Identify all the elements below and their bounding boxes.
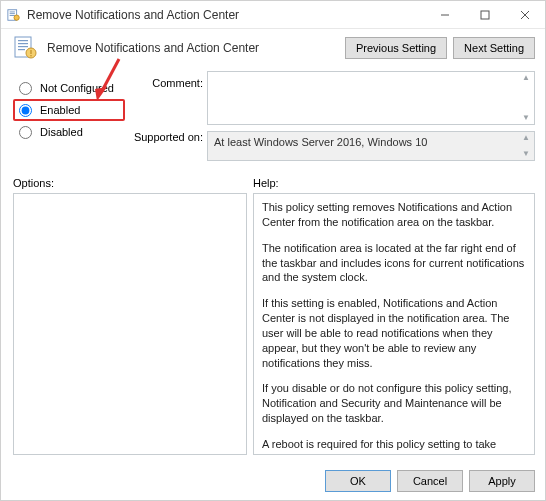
- options-label: Options:: [13, 177, 253, 189]
- close-button[interactable]: [505, 1, 545, 29]
- scrollbar: ▲▼: [518, 132, 534, 160]
- ok-button[interactable]: OK: [325, 470, 391, 492]
- window-controls: [425, 1, 545, 29]
- radio-label: Not Configured: [40, 82, 114, 94]
- help-paragraph: If this setting is enabled, Notification…: [262, 296, 526, 370]
- annotation-highlight: Enabled: [13, 99, 125, 121]
- svg-rect-11: [18, 43, 28, 44]
- maximize-button[interactable]: [465, 1, 505, 29]
- svg-rect-1: [10, 11, 15, 12]
- svg-rect-6: [481, 11, 489, 19]
- help-paragraph: If you disable or do not configure this …: [262, 381, 526, 426]
- comment-label: Comment:: [129, 77, 203, 89]
- help-paragraph: This policy setting removes Notification…: [262, 200, 526, 230]
- radio-label: Disabled: [40, 126, 83, 138]
- setting-header: Remove Notifications and Action Center P…: [1, 29, 545, 67]
- panes: This policy setting removes Notification…: [1, 193, 545, 455]
- field-labels: Comment: Supported on:: [129, 71, 203, 161]
- config-area: Not Configured Enabled Disabled Comment:…: [1, 67, 545, 165]
- state-radios: Not Configured Enabled Disabled: [17, 71, 125, 161]
- next-setting-button[interactable]: Next Setting: [453, 37, 535, 59]
- apply-button[interactable]: Apply: [469, 470, 535, 492]
- scroll-up-icon[interactable]: ▲: [522, 74, 530, 82]
- scroll-down-icon[interactable]: ▼: [522, 114, 530, 122]
- supported-on-value: At least Windows Server 2016, Windows 10: [214, 136, 427, 148]
- svg-rect-2: [10, 13, 15, 14]
- cancel-button[interactable]: Cancel: [397, 470, 463, 492]
- svg-rect-3: [10, 15, 15, 16]
- radio-enabled-input[interactable]: [19, 104, 32, 117]
- svg-rect-16: [30, 55, 31, 56]
- dialog-buttons: OK Cancel Apply: [325, 470, 535, 492]
- title-bar: Remove Notifications and Action Center: [1, 1, 545, 29]
- setting-title: Remove Notifications and Action Center: [47, 41, 337, 55]
- svg-rect-12: [18, 46, 28, 47]
- scroll-up-icon: ▲: [522, 134, 530, 142]
- scroll-down-icon: ▼: [522, 150, 530, 158]
- pane-labels: Options: Help:: [1, 165, 545, 193]
- help-label: Help:: [253, 177, 279, 189]
- policy-icon: [13, 35, 39, 61]
- comment-value: [208, 72, 534, 80]
- radio-disabled[interactable]: Disabled: [17, 121, 125, 143]
- svg-rect-15: [30, 50, 31, 54]
- help-paragraph: A reboot is required for this policy set…: [262, 437, 526, 455]
- comment-field[interactable]: ▲▼: [207, 71, 535, 125]
- supported-on-field: At least Windows Server 2016, Windows 10…: [207, 131, 535, 161]
- svg-point-4: [14, 15, 19, 20]
- radio-not-configured-input[interactable]: [19, 82, 32, 95]
- minimize-button[interactable]: [425, 1, 465, 29]
- gpedit-icon: [7, 8, 21, 22]
- radio-not-configured[interactable]: Not Configured: [17, 77, 125, 99]
- previous-setting-button[interactable]: Previous Setting: [345, 37, 447, 59]
- svg-rect-13: [18, 49, 25, 50]
- help-paragraph: The notification area is located at the …: [262, 241, 526, 286]
- options-pane[interactable]: [13, 193, 247, 455]
- radio-label: Enabled: [40, 104, 80, 116]
- help-pane[interactable]: This policy setting removes Notification…: [253, 193, 535, 455]
- scrollbar[interactable]: ▲▼: [518, 72, 534, 124]
- svg-rect-10: [18, 40, 28, 41]
- radio-enabled[interactable]: Enabled: [19, 99, 80, 121]
- supported-label: Supported on:: [129, 131, 203, 143]
- radio-disabled-input[interactable]: [19, 126, 32, 139]
- window-title: Remove Notifications and Action Center: [27, 8, 425, 22]
